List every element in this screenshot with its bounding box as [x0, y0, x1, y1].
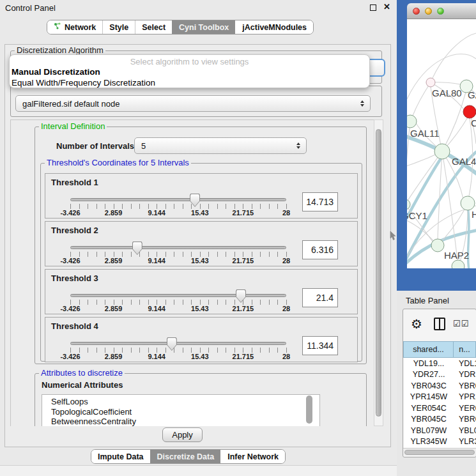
table-cell[interactable]: YBR0 [454, 415, 476, 424]
apply-button[interactable]: Apply [162, 427, 203, 442]
table-row[interactable]: YER054CYER0 [404, 403, 476, 414]
network-node-label: GAL4 [452, 156, 476, 167]
tab-discretize-data[interactable]: Discretize Data [150, 450, 221, 463]
group-title-attributes: Attributes to discretize [39, 368, 125, 378]
table-cell[interactable]: YBR043C [404, 381, 454, 390]
tick-label: 28 [282, 353, 290, 360]
tab-jactivemnodules[interactable]: jActiveMNodules [235, 20, 313, 34]
window-titlebar[interactable] [407, 3, 476, 19]
float-window-icon[interactable] [370, 4, 376, 11]
table-cell[interactable]: YDR27... [404, 370, 454, 379]
table-cell[interactable]: YDR2 [454, 370, 476, 379]
tick-label: -3.426 [60, 305, 80, 312]
minimize-traffic-light-icon[interactable] [425, 8, 432, 15]
table-cell[interactable]: YBL0 [454, 426, 476, 435]
popup-hint: Select algorithm to view settings [10, 57, 369, 66]
numerical-attributes-heading: Numerical Attributes [42, 380, 123, 390]
zoom-traffic-light-icon[interactable] [437, 8, 444, 15]
vertical-scrollbar[interactable] [374, 119, 383, 426]
tab-style[interactable]: Style [102, 20, 135, 34]
control-panel-tabs: NetworkStyleSelectCyni ToolboxjActiveMNo… [47, 20, 314, 35]
column-header[interactable]: n... [454, 341, 476, 358]
tab-network[interactable]: Network [47, 20, 102, 34]
network-node[interactable] [463, 105, 476, 118]
network-node[interactable] [431, 239, 444, 252]
scrollbar-thumb[interactable] [376, 129, 381, 417]
table-cell[interactable]: YPR145W [404, 392, 454, 401]
slider-ticks [70, 252, 287, 257]
table-cell[interactable]: YLR3 [454, 437, 476, 446]
scrollbar-thumb[interactable] [404, 450, 475, 455]
tick-label: -3.426 [60, 209, 80, 217]
table-row[interactable]: YBR045CYBR0 [404, 414, 476, 426]
column-header[interactable]: shared... [403, 341, 454, 358]
tab-impute-data[interactable]: Impute Data [91, 450, 150, 463]
close-icon[interactable]: ✕ [383, 2, 390, 12]
tab-infer-network[interactable]: Infer Network [220, 450, 285, 463]
group-title-thresholds: Threshold's Coordinates for 5 Intervals [45, 158, 191, 167]
table-cell[interactable]: YER0 [454, 404, 476, 413]
attribute-item[interactable]: SelfLoops [51, 397, 319, 407]
network-node[interactable] [452, 260, 464, 268]
table-row[interactable]: YBR043CYBR0 [404, 380, 476, 392]
mouse-cursor [390, 231, 397, 241]
threshold-value-box[interactable]: 11.344 [302, 336, 338, 355]
table-cell[interactable]: YBR045C [404, 415, 454, 424]
threshold-value-box[interactable]: 6.316 [302, 240, 338, 259]
table-cell[interactable]: YPR1 [454, 392, 476, 401]
network-node[interactable] [426, 78, 435, 87]
attribute-item[interactable]: TopologicalCoefficient [51, 407, 319, 417]
table-data-combobox[interactable]: galFiltered.sif default node [15, 95, 371, 112]
network-graph[interactable]: GAL80GACGAL11GAL4GCY1HHAP2 [407, 19, 476, 268]
horizontal-scrollbar[interactable] [403, 448, 476, 456]
table-cell[interactable]: YER054C [404, 404, 454, 413]
network-node[interactable] [434, 144, 450, 159]
threshold-value-box[interactable]: 21.4 [302, 288, 338, 307]
algorithm-option-manual-discretization[interactable]: Manual Discretization [12, 66, 367, 77]
tick-label: 21.715 [233, 257, 254, 265]
tab-label: Discretize Data [157, 452, 215, 461]
network-node-label: GAL11 [410, 128, 440, 139]
tab-select[interactable]: Select [135, 20, 172, 34]
threshold-label: Threshold 4 [51, 321, 98, 331]
tab-label: jActiveMNodules [242, 23, 307, 32]
table-cell[interactable]: YDL1 [454, 359, 476, 368]
threshold-label: Threshold 3 [51, 273, 98, 283]
table-row[interactable]: YLR345WYLR3 [404, 436, 476, 448]
table-row[interactable]: YDL19...YDL1 [404, 358, 476, 369]
algorithm-option-equal-width-frequency-discretization[interactable]: Equal Width/Frequency Discretization [12, 77, 367, 88]
network-view[interactable]: GAL80GACGAL11GAL4GCY1HHAP2 [407, 19, 476, 268]
gear-icon[interactable]: ⚙ [411, 317, 422, 331]
attribute-item[interactable]: BetweennessCentrality [51, 417, 319, 426]
table-row[interactable]: YPR145WYPR1 [404, 392, 476, 403]
network-node[interactable] [407, 199, 410, 210]
combobox-value: galFiltered.sif default node [16, 99, 360, 109]
tick-label: 9.144 [148, 209, 165, 217]
table-cell[interactable]: YDL19... [404, 359, 454, 368]
network-node[interactable] [461, 196, 475, 210]
num-intervals-combobox[interactable]: 5 [134, 137, 307, 154]
table-cell[interactable]: YLR345W [404, 437, 454, 446]
stepper-arrows-icon [296, 142, 300, 149]
close-traffic-light-icon[interactable] [413, 8, 420, 15]
split-view-icon[interactable] [434, 318, 445, 330]
table-cell[interactable]: YBL079W [404, 426, 454, 435]
table-toolbar: ⚙ ☑☑ [403, 309, 476, 341]
tick-label: 9.144 [148, 305, 165, 312]
attributes-scrollbar[interactable] [306, 395, 312, 424]
tick-label: 28 [282, 257, 290, 265]
thresholds-group: Threshold's Coordinates for 5 Intervals … [40, 163, 362, 362]
table-row[interactable]: YDR27...YDR2 [404, 369, 476, 381]
tab-label: Infer Network [227, 452, 279, 461]
threshold-value-box[interactable]: 14.713 [302, 192, 338, 211]
table-cell[interactable]: YBR0 [454, 381, 476, 390]
checkbox-pair-icon[interactable]: ☑☑ [453, 319, 469, 328]
tab-cyni-toolbox[interactable]: Cyni Toolbox [172, 20, 235, 34]
threshold-panel: Threshold 2 -3.4262.8599.14415.4321.7152… [45, 221, 358, 266]
table-row[interactable]: YBL079WYBL0 [404, 425, 476, 436]
network-node[interactable] [407, 115, 417, 128]
attributes-listbox[interactable]: SelfLoopsTopologicalCoefficientBetweenne… [42, 394, 320, 426]
desktop-background: GAL80GACGAL11GAL4GCY1HHAP2 [397, 0, 476, 291]
tick-label: 21.715 [233, 353, 254, 360]
tick-label: 9.144 [148, 257, 165, 265]
